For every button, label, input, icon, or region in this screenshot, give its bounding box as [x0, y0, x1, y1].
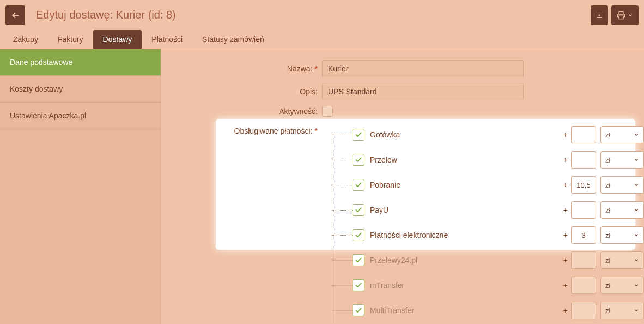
payment-row: mTransfer+zł — [353, 273, 644, 298]
payment-checkbox[interactable] — [353, 154, 364, 166]
payment-amount-input[interactable] — [571, 201, 596, 219]
payment-row: Przelew+zł — [353, 147, 644, 172]
payment-row: Pobranie+zł — [353, 172, 644, 197]
payment-name: Przelew — [370, 155, 397, 164]
payment-checkbox[interactable] — [353, 254, 364, 266]
payment-amount-input[interactable] — [571, 176, 596, 194]
payment-amount-input[interactable] — [571, 302, 596, 319]
svg-rect-4 — [619, 16, 623, 19]
chevron-down-icon — [634, 283, 639, 288]
payment-checkbox[interactable] — [353, 229, 364, 241]
payment-amount-input[interactable] — [571, 151, 596, 169]
back-button[interactable] — [5, 5, 25, 25]
currency-select[interactable]: zł — [600, 151, 644, 169]
sidebar-item-basic[interactable]: Dane podstawowe — [0, 49, 161, 76]
payment-row: Płatności elektroniczne+zł — [353, 223, 644, 248]
tab-dostawy[interactable]: Dostawy — [93, 30, 142, 49]
desc-label: Opis: — [161, 87, 322, 96]
payment-name: Płatności elektroniczne — [370, 231, 448, 239]
check-icon — [355, 231, 362, 239]
currency-select[interactable]: zł — [600, 302, 644, 319]
payment-name: mTransfer — [370, 281, 404, 290]
name-input[interactable] — [322, 60, 524, 77]
payment-name: Przelewy24.pl — [370, 256, 417, 265]
header-add-button[interactable] — [591, 5, 608, 25]
payment-amount-input[interactable] — [571, 251, 596, 269]
payment-amount-input[interactable] — [571, 126, 596, 143]
payment-name: Gotówka — [370, 130, 400, 139]
chevron-down-icon — [634, 308, 639, 313]
check-icon — [355, 131, 362, 139]
active-label: Aktywność: — [161, 107, 322, 116]
tab-zakupy[interactable]: Zakupy — [3, 30, 48, 49]
plus-sign: + — [563, 306, 568, 315]
active-checkbox[interactable] — [322, 106, 333, 117]
plus-box-icon — [596, 11, 603, 20]
chevron-down-icon — [628, 13, 633, 18]
chevron-down-icon — [634, 232, 639, 238]
sidebar-item-apaczka[interactable]: Ustawienia Apaczka.pl — [0, 103, 161, 129]
payment-amount-input[interactable] — [571, 277, 596, 294]
plus-sign: + — [563, 231, 568, 239]
payment-name: MultiTransfer — [370, 306, 414, 315]
tab-faktury[interactable]: Faktury — [48, 30, 93, 49]
check-icon — [355, 206, 362, 214]
chevron-down-icon — [634, 257, 639, 263]
desc-input[interactable] — [322, 83, 524, 100]
chevron-down-icon — [634, 207, 639, 213]
payment-row: PayU+zł — [353, 197, 644, 223]
tab-platnosci[interactable]: Płatności — [142, 30, 192, 49]
chevron-down-icon — [634, 182, 639, 188]
check-icon — [355, 307, 362, 314]
payment-row: Przelewy24.pl+zł — [353, 248, 644, 273]
check-icon — [355, 256, 362, 264]
page-title: Edytuj dostawę: Kurier (id: 8) — [36, 9, 176, 21]
check-icon — [355, 281, 362, 289]
payment-name: PayU — [370, 206, 388, 214]
plus-sign: + — [563, 256, 568, 265]
header-print-button[interactable] — [611, 5, 639, 25]
chevron-down-icon — [634, 157, 639, 163]
payment-checkbox[interactable] — [353, 304, 364, 316]
payment-checkbox[interactable] — [353, 129, 364, 141]
check-icon — [355, 156, 362, 164]
chevron-down-icon — [634, 132, 639, 137]
plus-sign: + — [563, 155, 568, 164]
payment-amount-input[interactable] — [571, 226, 596, 244]
plus-sign: + — [563, 281, 568, 290]
currency-select[interactable]: zł — [600, 126, 644, 143]
arrow-left-icon — [11, 11, 20, 20]
tabs: Zakupy Faktury Dostawy Płatności Statusy… — [0, 30, 644, 49]
sidebar-item-costs[interactable]: Koszty dostawy — [0, 76, 161, 103]
sidebar: Dane podstawowe Koszty dostawy Ustawieni… — [0, 49, 161, 324]
payment-checkbox[interactable] — [353, 279, 364, 291]
currency-select[interactable]: zł — [600, 251, 644, 269]
plus-sign: + — [563, 181, 568, 189]
currency-select[interactable]: zł — [600, 277, 644, 294]
payment-checkbox[interactable] — [353, 204, 364, 216]
payment-checkbox[interactable] — [353, 179, 364, 191]
payment-name: Pobranie — [370, 181, 400, 189]
check-icon — [355, 181, 362, 189]
payment-row: MultiTransfer+zł — [353, 298, 644, 323]
currency-select[interactable]: zł — [600, 201, 644, 219]
plus-sign: + — [563, 206, 568, 214]
currency-select[interactable]: zł — [600, 226, 644, 244]
plus-sign: + — [563, 130, 568, 139]
payment-row: Gotówka+zł — [353, 122, 644, 147]
printer-icon — [617, 11, 625, 20]
tab-statusy[interactable]: Statusy zamówień — [192, 30, 274, 49]
payments-label: Obsługiwane płatności:* — [161, 122, 322, 323]
currency-select[interactable]: zł — [600, 176, 644, 194]
name-label: Nazwa:* — [161, 64, 322, 73]
